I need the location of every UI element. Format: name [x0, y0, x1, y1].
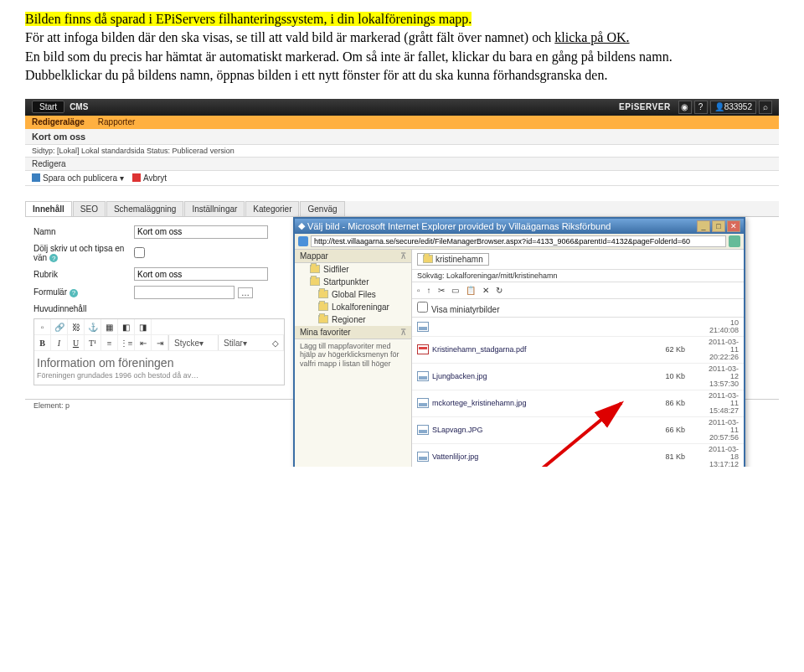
- rte-indent-icon[interactable]: ⇥: [152, 335, 168, 350]
- favoriter-header: Mina favoriter: [300, 328, 351, 337]
- close-button[interactable]: ✕: [727, 220, 740, 232]
- dialog-titlebar[interactable]: ◆ Välj bild - Microsoft Internet Explore…: [295, 219, 744, 234]
- sokvag-label: Sökväg:: [417, 271, 445, 280]
- toolbar-copy-icon[interactable]: ▭: [451, 286, 459, 295]
- tab-kategorier[interactable]: Kategorier: [245, 201, 299, 216]
- tab-seo[interactable]: SEO: [73, 201, 106, 216]
- file-date: 1021:40:08: [685, 319, 739, 334]
- toolbar-up-icon[interactable]: ↑: [427, 286, 431, 295]
- tab-genvag[interactable]: Genväg: [300, 201, 344, 216]
- hide-print-checkbox[interactable]: [134, 247, 145, 258]
- eye-icon[interactable]: ◉: [678, 101, 692, 114]
- save-publish-button[interactable]: Spara och publicera ▾: [32, 173, 124, 183]
- formular-browse[interactable]: …: [238, 287, 253, 298]
- toolbar-del-icon[interactable]: ✕: [482, 286, 489, 295]
- file-name: mckortege_kristinehamn.jpg: [432, 399, 643, 407]
- file-row[interactable]: Vattenliljor.jpg81 Kb2011-03-1813:17:12: [412, 444, 744, 468]
- preview-text: Föreningen grundades 1996 och bestod då …: [37, 371, 281, 380]
- formular-input[interactable]: [134, 286, 234, 299]
- mode-bar: Redigeraläge Rapporter: [25, 116, 779, 129]
- toolbar-refresh-icon[interactable]: ↻: [496, 286, 502, 295]
- file-date: 2011-03-1813:17:12: [685, 446, 739, 468]
- page-status: Sidtyp: [Lokal] Lokal standardsida Statu…: [25, 145, 779, 158]
- rte-styles-select[interactable]: Stilar ▾: [218, 335, 267, 350]
- help-icon[interactable]: ?: [694, 101, 708, 114]
- file-row[interactable]: Kristinehamn_stadgarna.pdf62 Kb2011-03-1…: [412, 337, 744, 364]
- rte-underline-icon[interactable]: U: [68, 335, 85, 350]
- toolbar-new-icon[interactable]: ▫: [417, 286, 420, 295]
- name-input[interactable]: [134, 225, 268, 239]
- topbar: Start CMS EPiSERVER ◉ ? 👤 833952 ⌕: [25, 99, 779, 116]
- thumbnail-checkbox[interactable]: [417, 302, 428, 313]
- edit-mode[interactable]: Redigeraläge: [32, 117, 85, 127]
- episerver-screenshot: Start CMS EPiSERVER ◉ ? 👤 833952 ⌕ Redig…: [25, 99, 779, 412]
- rte-misc2-icon[interactable]: ◨: [135, 319, 152, 334]
- rte-content[interactable]: Information om föreningen Föreningen gru…: [34, 351, 284, 385]
- rte-ul-icon[interactable]: ⋮≡: [118, 335, 135, 350]
- toolbar-cut-icon[interactable]: ✂: [438, 286, 445, 295]
- jpg-icon: [417, 398, 429, 408]
- brand-label: EPiSERVER: [619, 102, 671, 111]
- go-button[interactable]: [729, 235, 740, 247]
- start-menu[interactable]: Start: [32, 101, 64, 113]
- preview-heading: Information om föreningen: [37, 356, 281, 370]
- rte-outdent-icon[interactable]: ⇤: [135, 335, 152, 350]
- cancel-button[interactable]: Avbryt: [132, 173, 167, 183]
- collapse-icon[interactable]: ⊼: [400, 328, 406, 337]
- rte-link-icon[interactable]: 🔗: [51, 319, 68, 334]
- rte-bold-icon[interactable]: B: [34, 335, 51, 350]
- page-title: Kort om oss: [25, 129, 779, 145]
- tab-schema[interactable]: Schemaläggning: [106, 201, 184, 216]
- help-icon[interactable]: ?: [70, 289, 78, 297]
- file-size: 62 Kb: [643, 345, 685, 354]
- tab-innehall[interactable]: Innehåll: [25, 201, 72, 216]
- folder-tree: Mappar⊼ Sidfiler Startpunkter Global Fil…: [295, 250, 412, 468]
- form-area: Namn Dölj skriv ut och tipsa en vän? Rub…: [25, 217, 779, 390]
- tree-region[interactable]: Regioner: [295, 313, 411, 326]
- sokvag-value: Lokalforeningar/mitt/kristinehamn: [446, 271, 558, 280]
- instr-t2b: klicka på OK.: [554, 30, 629, 44]
- file-date: 2011-03-1120:57:56: [685, 419, 739, 442]
- tab-installningar[interactable]: Inställningar: [184, 201, 245, 216]
- rte-unlink-icon[interactable]: ⛓: [68, 319, 85, 334]
- jpg-icon: [417, 322, 429, 332]
- instr-t3: En bild som du precis har hämtat är auto…: [25, 49, 673, 64]
- formular-label: Formulär?: [34, 287, 134, 297]
- help-icon[interactable]: ?: [49, 254, 58, 262]
- file-row[interactable]: SLapvagn.JPG66 Kb2011-03-1120:57:56: [412, 417, 744, 444]
- rte-misc-icon[interactable]: ◧: [118, 319, 135, 334]
- file-row[interactable]: Ljungbacken.jpg10 Kb2011-03-1213:57:30: [412, 364, 744, 390]
- cms-tab[interactable]: CMS: [70, 102, 88, 111]
- tree-sidfiler[interactable]: Sidfiler: [295, 263, 411, 276]
- instr-t1: Bilden finns då sparad i EPiServers filh…: [25, 12, 472, 26]
- choose-file-dialog: ◆ Välj bild - Microsoft Internet Explore…: [293, 217, 745, 468]
- user-badge[interactable]: 👤 833952: [710, 101, 756, 114]
- tree-global[interactable]: Global Files: [295, 288, 411, 301]
- rte-table-icon[interactable]: ▦: [101, 319, 118, 334]
- rubrik-label: Rubrik: [34, 270, 134, 279]
- breadcrumb-folder[interactable]: kristinehamn: [417, 253, 489, 266]
- maximize-button[interactable]: □: [712, 220, 725, 232]
- rte-paragraph-select[interactable]: Stycke ▾: [168, 335, 218, 350]
- tree-startpunkter[interactable]: Startpunkter: [295, 276, 411, 288]
- collapse-icon[interactable]: ⊼: [400, 251, 406, 261]
- rte-italic-icon[interactable]: I: [51, 335, 68, 350]
- file-row[interactable]: 1021:40:08: [412, 318, 744, 337]
- tree-lokal[interactable]: Lokalforeningar: [295, 301, 411, 313]
- rubrik-input[interactable]: [134, 267, 268, 281]
- minimize-button[interactable]: _: [697, 220, 710, 232]
- reports-mode[interactable]: Rapporter: [98, 117, 135, 127]
- jpg-icon: [417, 452, 429, 462]
- rte-sup-icon[interactable]: T¹: [85, 335, 101, 350]
- rte-image-icon[interactable]: ▫: [34, 319, 51, 334]
- url-input[interactable]: [311, 235, 726, 247]
- file-size: 81 Kb: [643, 452, 685, 461]
- file-row[interactable]: mckortege_kristinehamn.jpg86 Kb2011-03-1…: [412, 390, 744, 417]
- toolbar-paste-icon[interactable]: 📋: [466, 286, 476, 295]
- search-icon[interactable]: ⌕: [759, 101, 772, 114]
- rte-ol-icon[interactable]: ≡: [101, 335, 118, 350]
- file-name: SLapvagn.JPG: [432, 426, 643, 434]
- rte-clear-icon[interactable]: ◇: [267, 335, 284, 350]
- rte-anchor-icon[interactable]: ⚓: [85, 319, 101, 334]
- ie-icon: [298, 236, 308, 246]
